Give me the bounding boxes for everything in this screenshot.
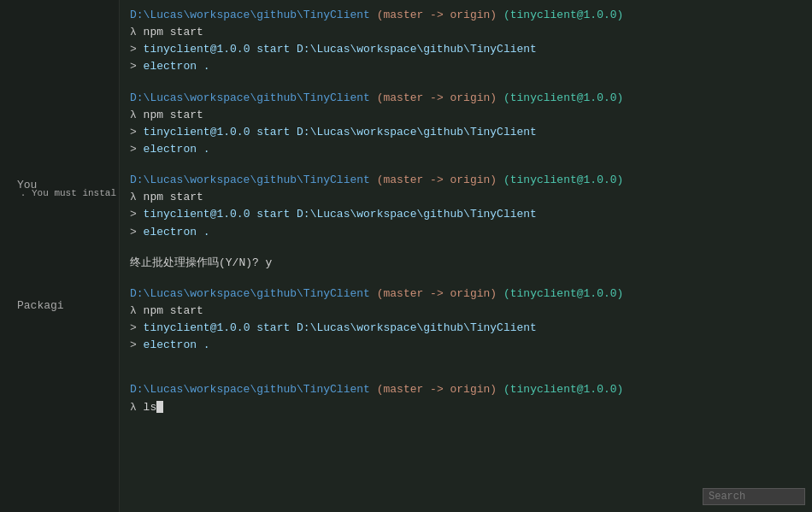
pkg-version: (tinyclient@1.0.0) <box>503 383 623 396</box>
git-branch: (master -> origin) <box>377 383 497 396</box>
search-box[interactable] <box>703 488 805 505</box>
spacer <box>130 158 812 172</box>
terminal-line: > tinyclient@1.0.0 start D:\Lucas\worksp… <box>130 41 812 58</box>
cmd-gt: > <box>130 338 137 351</box>
terminal-line: > electron . <box>130 58 812 75</box>
terminal-line: > electron . <box>130 224 812 241</box>
git-branch: (master -> origin) <box>377 287 497 300</box>
terminal-line: λ npm start <box>130 189 812 206</box>
cmd-gt: > <box>130 226 137 238</box>
lambda-symbol: λ <box>130 26 137 38</box>
spacer <box>130 272 812 285</box>
spacer <box>130 368 812 381</box>
path-text: D:\Lucas\workspace\github\TinyClient <box>130 9 370 21</box>
spacer <box>130 354 812 368</box>
terminal-line: λ npm start <box>130 107 812 124</box>
pkg-version: (tinyclient@1.0.0) <box>503 9 623 21</box>
cmd-gt: > <box>130 143 137 156</box>
terminal-line: D:\Lucas\workspace\github\TinyClient (ma… <box>130 90 812 107</box>
lambda-symbol: λ <box>130 401 137 414</box>
terminal-line: D:\Lucas\workspace\github\TinyClient (ma… <box>130 172 812 189</box>
git-branch: (master -> origin) <box>377 91 497 104</box>
cursor-blink <box>156 401 163 413</box>
spacer <box>130 241 812 255</box>
cmd-gt: > <box>130 321 137 334</box>
terminal-line: λ npm start <box>130 303 812 320</box>
terminal-line: D:\Lucas\workspace\github\TinyClient (ma… <box>130 285 812 303</box>
terminal-line: D:\Lucas\workspace\github\TinyClient (ma… <box>130 7 812 24</box>
path-text: D:\Lucas\workspace\github\TinyClient <box>130 287 370 300</box>
cmd-gt: > <box>130 43 137 56</box>
lambda-symbol: λ <box>130 304 137 317</box>
lambda-symbol: λ <box>130 191 137 203</box>
git-branch: (master -> origin) <box>377 9 497 21</box>
sidebar-install-hint: . You must instal <box>0 183 120 205</box>
terminal-area: D:\Lucas\workspace\github\TinyClient (ma… <box>120 0 812 512</box>
terminal-line: λ npm start <box>130 24 812 41</box>
terminal-line: > electron . <box>130 141 812 158</box>
path-text: D:\Lucas\workspace\github\TinyClient <box>130 91 370 104</box>
pkg-version: (tinyclient@1.0.0) <box>503 287 623 300</box>
terminal-content: D:\Lucas\workspace\github\TinyClient (ma… <box>130 7 812 416</box>
lambda-symbol: λ <box>130 109 137 121</box>
git-branch: (master -> origin) <box>377 174 497 186</box>
terminal-line: D:\Lucas\workspace\github\TinyClient (ma… <box>130 381 812 398</box>
search-input[interactable] <box>703 488 805 505</box>
path-text: D:\Lucas\workspace\github\TinyClient <box>130 383 370 396</box>
sidebar-packagi-label: Packagi <box>10 294 71 319</box>
terminal-line: λ ls <box>130 399 812 416</box>
cmd-gt: > <box>130 126 137 138</box>
terminal-line: > tinyclient@1.0.0 start D:\Lucas\worksp… <box>130 124 812 141</box>
terminal-line: > tinyclient@1.0.0 start D:\Lucas\worksp… <box>130 206 812 223</box>
path-text: D:\Lucas\workspace\github\TinyClient <box>130 174 370 186</box>
terminal-line: > electron . <box>130 337 812 354</box>
sidebar: You . You must instal Packagi <box>0 0 120 512</box>
spacer <box>130 76 812 90</box>
cmd-gt: > <box>130 60 137 73</box>
terminal-line: > tinyclient@1.0.0 start D:\Lucas\worksp… <box>130 320 812 337</box>
cmd-gt: > <box>130 208 137 221</box>
pkg-version: (tinyclient@1.0.0) <box>503 91 623 104</box>
terminal-line-chinese: 终止批处理操作吗(Y/N)? y <box>130 255 812 272</box>
pkg-version: (tinyclient@1.0.0) <box>503 174 623 186</box>
